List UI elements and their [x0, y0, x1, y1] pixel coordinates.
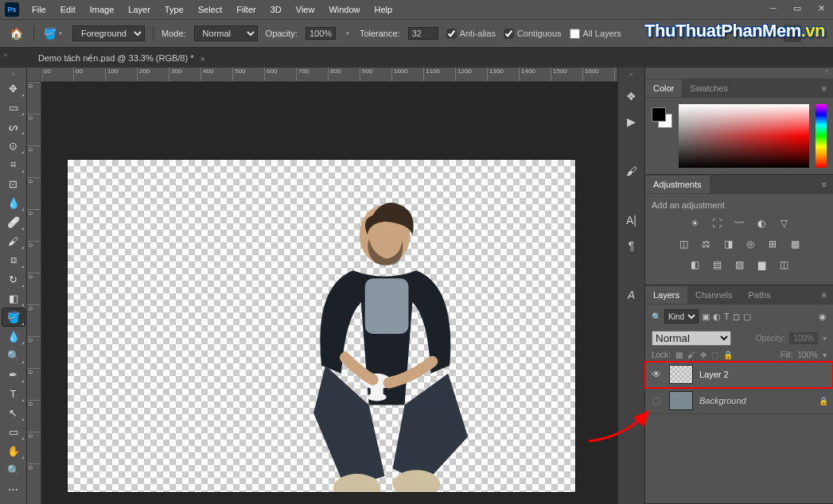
menu-image[interactable]: Image	[84, 2, 121, 17]
visibility-eye-icon[interactable]: ▢	[650, 395, 663, 406]
healing-brush-tool[interactable]: 🩹	[2, 213, 25, 231]
layer-blend-mode[interactable]: Normal	[652, 331, 731, 346]
eyedropper-tool[interactable]: 💧	[2, 194, 25, 211]
foreground-color-swatch[interactable]	[652, 107, 666, 122]
tolerance-field[interactable]: 32	[408, 27, 438, 40]
color-balance-icon[interactable]: ⚖	[699, 237, 713, 251]
clone-stamp-tool[interactable]: ⧈	[2, 251, 25, 269]
hand-tool[interactable]: ✋	[2, 442, 25, 459]
menu-view[interactable]: View	[290, 2, 321, 17]
blur-tool[interactable]: 💧	[2, 328, 25, 345]
layer-name[interactable]: Layer 2	[699, 370, 729, 379]
dodge-tool[interactable]: 🔍	[2, 347, 25, 364]
frame-tool[interactable]: ⊡	[2, 175, 25, 192]
layer-thumbnail[interactable]	[669, 391, 693, 410]
paragraph-panel-icon[interactable]: ¶	[621, 235, 642, 256]
menu-type[interactable]: Type	[158, 2, 190, 17]
lasso-tool[interactable]: ᔕ	[2, 118, 25, 135]
crop-tool[interactable]: ⌗	[2, 156, 25, 173]
filter-shape-icon[interactable]: ◻	[733, 312, 740, 322]
color-lookup-icon[interactable]: ▦	[788, 237, 802, 251]
history-panel-icon[interactable]: ❖	[621, 86, 642, 107]
filter-type-icon[interactable]: T	[724, 312, 730, 321]
lock-pixels-icon[interactable]: 🖌	[687, 351, 695, 359]
adjustments-panel-menu-icon[interactable]: ≡	[815, 180, 833, 189]
document-tab[interactable]: Demo tách nền.psd @ 33.3% (RGB/8) * ×	[29, 49, 215, 68]
exposure-icon[interactable]: ◐	[754, 216, 769, 231]
menu-window[interactable]: Window	[322, 2, 366, 17]
vertical-ruler[interactable]: 0000000000000	[27, 82, 41, 504]
gradient-map-icon[interactable]: ▆	[754, 258, 769, 272]
menu-select[interactable]: Select	[192, 2, 229, 17]
path-selection-tool[interactable]: ↖	[2, 404, 25, 421]
anti-alias-checkbox[interactable]: Anti-alias	[446, 29, 496, 39]
filter-smart-icon[interactable]: ▢	[743, 312, 751, 322]
color-panel-menu-icon[interactable]: ≡	[815, 83, 833, 93]
filter-adjustment-icon[interactable]: ◐	[713, 312, 721, 322]
opacity-field[interactable]: 100%	[306, 27, 336, 40]
lock-transparency-icon[interactable]: ▩	[675, 351, 683, 359]
foreground-background-swatch[interactable]	[652, 107, 672, 128]
photo-filter-icon[interactable]: ◎	[743, 237, 757, 251]
pen-tool[interactable]: ✒	[2, 366, 25, 383]
selective-color-icon[interactable]: ◫	[777, 258, 791, 272]
menu-file[interactable]: File	[25, 2, 53, 17]
tab-layers[interactable]: Layers	[645, 286, 687, 304]
collapse-chevron-icon[interactable]: »	[3, 51, 7, 59]
home-icon[interactable]: 🏠	[6, 24, 25, 43]
layer-opacity-field[interactable]: 100%	[789, 332, 818, 344]
tab-paths[interactable]: Paths	[741, 286, 779, 304]
layer-item[interactable]: ▢ Background 🔒	[645, 388, 833, 414]
posterize-icon[interactable]: ▤	[710, 258, 724, 272]
maximize-button[interactable]: ▭	[785, 0, 809, 16]
brush-settings-icon[interactable]: 🖌	[621, 161, 642, 181]
paint-bucket-tool[interactable]: 🪣	[2, 308, 25, 326]
color-picker[interactable]	[679, 104, 809, 168]
minimize-button[interactable]: ─	[761, 0, 785, 16]
channel-mixer-icon[interactable]: ⊞	[765, 237, 780, 251]
layer-fill-field[interactable]: 100%	[797, 351, 818, 359]
brightness-icon[interactable]: ☀	[687, 216, 702, 231]
visibility-eye-icon[interactable]: 👁	[650, 369, 663, 380]
fill-source-select[interactable]: Foreground	[72, 25, 145, 41]
levels-icon[interactable]: ⛶	[710, 216, 724, 231]
rectangle-tool[interactable]: ▭	[2, 423, 25, 440]
contiguous-checkbox[interactable]: Contiguous	[504, 29, 562, 39]
layer-thumbnail[interactable]	[669, 365, 693, 384]
tab-color[interactable]: Color	[645, 79, 682, 97]
lock-artboard-icon[interactable]: ⬚	[711, 351, 718, 359]
glyphs-panel-icon[interactable]: A	[621, 285, 642, 305]
hue-sat-icon[interactable]: ◫	[676, 237, 691, 251]
lock-position-icon[interactable]: ✥	[700, 351, 706, 359]
quick-selection-tool[interactable]: ⊙	[2, 137, 25, 154]
layer-item[interactable]: 👁 Layer 2	[645, 362, 833, 388]
vibrance-icon[interactable]: ▽	[777, 216, 791, 231]
blend-mode-select[interactable]: Normal	[194, 25, 258, 41]
marquee-tool[interactable]: ▭	[2, 99, 25, 116]
all-layers-checkbox[interactable]: All Layers	[570, 29, 621, 39]
horizontal-ruler[interactable]: 0000100200300400500600700800900100011001…	[41, 68, 617, 82]
toolbox-collapse-icon[interactable]: »	[0, 71, 26, 79]
zoom-tool[interactable]: 🔍	[2, 461, 25, 479]
menu-layer[interactable]: Layer	[122, 2, 157, 17]
menu-help[interactable]: Help	[368, 2, 399, 17]
menu-filter[interactable]: Filter	[230, 2, 262, 17]
actions-panel-icon[interactable]: ▶	[621, 111, 642, 132]
hue-slider[interactable]	[815, 104, 827, 168]
filter-toggle-icon[interactable]: ◉	[819, 312, 827, 322]
dock-collapse-icon[interactable]: «	[618, 71, 644, 83]
menu-edit[interactable]: Edit	[54, 2, 82, 17]
search-kind-icon[interactable]: 🔍	[652, 312, 661, 321]
history-brush-tool[interactable]: ↻	[2, 270, 25, 288]
layers-panel-menu-icon[interactable]: ≡	[815, 290, 833, 300]
panels-collapse-icon[interactable]: »	[645, 68, 833, 79]
threshold-icon[interactable]: ▨	[732, 258, 746, 272]
document-canvas[interactable]	[67, 159, 576, 493]
tab-adjustments[interactable]: Adjustments	[645, 176, 710, 193]
layer-filter-kind[interactable]: Kind	[664, 309, 699, 324]
tab-swatches[interactable]: Swatches	[682, 79, 736, 97]
more-tools-icon[interactable]: ⋯	[2, 480, 25, 498]
bw-icon[interactable]: ◨	[721, 237, 735, 251]
tab-channels[interactable]: Channels	[687, 286, 740, 304]
menu-3d[interactable]: 3D	[264, 2, 288, 17]
